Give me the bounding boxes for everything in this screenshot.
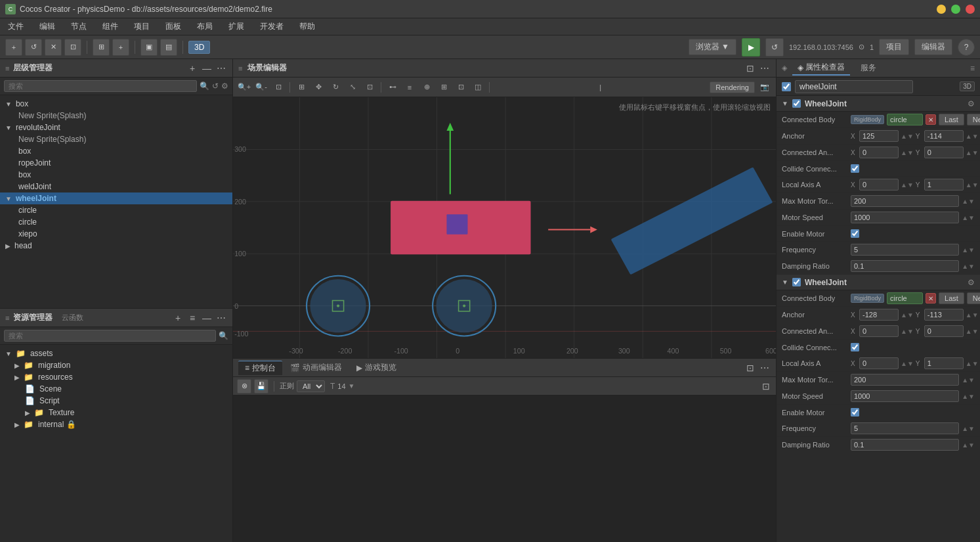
connected-body-1-input[interactable]: [887, 114, 923, 125]
rect-select-btn[interactable]: ⊡: [362, 80, 377, 95]
bottom-expand[interactable]: ⊡: [744, 362, 756, 374]
refresh-hierarchy-icon[interactable]: ↺: [212, 81, 219, 91]
console-level-select[interactable]: All: [297, 380, 325, 392]
tool10[interactable]: ◫: [471, 80, 485, 95]
enable-motor-2-check[interactable]: [851, 408, 859, 417]
assets-close[interactable]: —: [201, 312, 213, 324]
frequency-1-input[interactable]: [851, 244, 959, 256]
tool7[interactable]: ⊕: [419, 80, 434, 95]
node-enabled-check[interactable]: [782, 82, 791, 91]
enable-motor-1-check[interactable]: [851, 229, 859, 238]
tool6[interactable]: ≡: [402, 80, 417, 95]
play-btn[interactable]: ▶: [742, 38, 760, 56]
close-btn[interactable]: [966, 5, 975, 14]
wheeljoint2-section-header[interactable]: ▼ WheelJoint ⚙: [777, 275, 980, 290]
assets-item-script[interactable]: 📄 Script: [0, 395, 232, 407]
menu-project[interactable]: 项目: [131, 20, 152, 34]
hierarchy-add[interactable]: +: [186, 62, 198, 74]
grid-btn[interactable]: ⊞: [294, 80, 309, 95]
assets-item-scene[interactable]: 📄 Scene: [0, 383, 232, 395]
3d-btn[interactable]: 3D: [188, 41, 210, 54]
anchor-2-y[interactable]: [924, 309, 964, 321]
tree-item-revolutejoint[interactable]: ▼ revoluteJoint: [0, 122, 232, 133]
ca2-y[interactable]: [924, 325, 964, 337]
anchor-1-x[interactable]: [859, 130, 899, 142]
connected-body-2-input[interactable]: [887, 292, 923, 304]
assets-more[interactable]: ⋯: [215, 312, 227, 324]
wheeljoint1-section-header[interactable]: ▼ WheelJoint ⚙: [777, 96, 980, 112]
console-clear-btn[interactable]: ⊗: [237, 379, 251, 394]
menu-panel[interactable]: 面板: [163, 20, 184, 34]
tree-item-box3[interactable]: box: [0, 169, 232, 181]
zoom-in-btn[interactable]: 🔍+: [237, 80, 251, 95]
refresh-btn[interactable]: ↺: [765, 38, 784, 56]
ca2-x[interactable]: [859, 325, 899, 337]
fit-btn[interactable]: ⊡: [271, 80, 286, 95]
tree-item-new-sprite1[interactable]: New Sprite(Splash): [0, 110, 232, 122]
scene-canvas[interactable]: 使用鼠标右键平移视窗焦点，使用滚轮缩放视图 -300: [233, 97, 776, 358]
anchor-2-x[interactable]: [859, 309, 899, 321]
tree-item-xiepo[interactable]: xiepo: [0, 228, 232, 240]
tree-item-ropejoint[interactable]: ropeJoint: [0, 157, 232, 169]
hierarchy-more[interactable]: ⋯: [215, 62, 227, 74]
zoom-out-btn[interactable]: 🔍-: [254, 80, 268, 95]
scene-more[interactable]: ⋯: [759, 62, 771, 74]
inspector-more[interactable]: ≡: [970, 64, 975, 73]
max-motor-1-input[interactable]: [851, 195, 959, 207]
tree-item-wheeljoint[interactable]: ▼ wheelJoint: [0, 192, 232, 204]
project-btn[interactable]: 项目: [879, 39, 909, 55]
la2-y[interactable]: [924, 357, 964, 369]
connected-body-2-last[interactable]: Last: [939, 292, 964, 304]
browser-dropdown[interactable]: 浏览器 ▼: [689, 39, 736, 55]
assets-item-assets[interactable]: ▼ 📁 assets: [0, 348, 232, 359]
inspector-tab[interactable]: ◈ 属性检查器: [792, 60, 850, 76]
add-btn[interactable]: +: [5, 39, 22, 56]
menu-extend[interactable]: 扩展: [226, 20, 247, 34]
node-name-input[interactable]: [795, 80, 913, 93]
assets-item-resources[interactable]: ▶ 📁 resources: [0, 371, 232, 383]
menu-layout[interactable]: 布局: [194, 20, 215, 34]
wheeljoint1-enabled[interactable]: [792, 99, 801, 108]
camera-btn[interactable]: 📷: [757, 80, 772, 95]
motor-speed-2-input[interactable]: [851, 390, 959, 402]
la1-x[interactable]: [859, 179, 899, 191]
close-scene-btn[interactable]: ✕: [45, 39, 62, 56]
tab-preview[interactable]: ▶ 游戏预览: [350, 361, 403, 374]
frequency-2-input[interactable]: [851, 422, 959, 434]
assets-list-view[interactable]: ≡: [186, 312, 198, 324]
tree-item-head[interactable]: ▶ head: [0, 240, 232, 252]
assets-item-texture[interactable]: ▶ 📁 Texture: [0, 407, 232, 418]
menu-edit[interactable]: 编辑: [37, 20, 58, 34]
tree-item-new-sprite2[interactable]: New Sprite(Splash): [0, 133, 232, 145]
menu-component[interactable]: 组件: [100, 20, 121, 34]
scale-btn[interactable]: ⤡: [345, 80, 360, 95]
collide-1-check[interactable]: [851, 164, 859, 173]
build-btn[interactable]: ⊞: [93, 39, 110, 56]
tree-item-box2[interactable]: box: [0, 145, 232, 157]
motor-speed-1-input[interactable]: [851, 212, 959, 223]
editor-btn[interactable]: 编辑器: [914, 39, 952, 55]
bottom-more[interactable]: ⋯: [759, 362, 771, 374]
ca1-x[interactable]: [859, 147, 899, 158]
damping-2-input[interactable]: [851, 439, 959, 451]
connected-body-1-last[interactable]: Last: [939, 114, 964, 125]
menu-help[interactable]: 帮助: [297, 20, 318, 34]
tree-item-circle2[interactable]: circle: [0, 216, 232, 228]
la1-y[interactable]: [924, 179, 964, 191]
anchor-1-y[interactable]: [924, 130, 964, 142]
connected-body-1-next[interactable]: Next: [967, 114, 980, 125]
scene-expand[interactable]: ⊡: [744, 62, 756, 74]
tree-item-circle1[interactable]: circle: [0, 204, 232, 216]
hierarchy-search-input[interactable]: [4, 80, 197, 92]
connected-body-2-clear[interactable]: ✕: [926, 293, 936, 304]
move-btn[interactable]: ✥: [311, 80, 326, 95]
connected-body-1-clear[interactable]: ✕: [926, 114, 936, 125]
tool8[interactable]: ⊞: [437, 80, 451, 95]
assets-search-input[interactable]: [4, 330, 216, 342]
assets-item-migration[interactable]: ▶ 📁 migration: [0, 359, 232, 371]
tool5[interactable]: ⊷: [385, 80, 400, 95]
assets-item-internal[interactable]: ▶ 📁 internal 🔒: [0, 418, 232, 430]
wheeljoint1-gear-icon[interactable]: ⚙: [968, 99, 975, 108]
la2-x[interactable]: [859, 357, 899, 369]
tab-animation[interactable]: 🎬 动画编辑器: [284, 361, 349, 374]
